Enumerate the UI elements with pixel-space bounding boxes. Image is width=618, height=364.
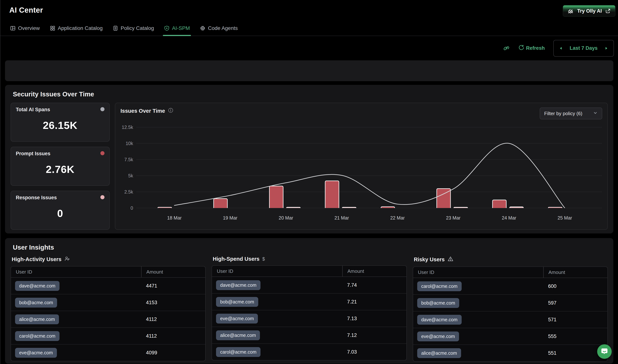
- overview-icon: [10, 26, 16, 31]
- amount-value: 4153: [141, 300, 205, 306]
- stat-value: 0: [16, 207, 105, 219]
- shield-icon: [164, 26, 170, 31]
- svg-text:24 Mar: 24 Mar: [502, 215, 516, 221]
- user-insights-title: User Insights: [13, 244, 608, 251]
- document-icon: [113, 26, 118, 31]
- amount-value: 4112: [141, 333, 205, 339]
- chip-icon: [200, 26, 206, 31]
- user-id-pill: dave@acme.com: [15, 281, 59, 291]
- column-header: User ID: [11, 269, 141, 275]
- svg-text:18 Mar: 18 Mar: [167, 215, 182, 221]
- risky-users-block: Risky Users User IDAmountcarol@acme.com6…: [413, 256, 608, 362]
- user-id-pill: eve@acme.com: [216, 314, 258, 324]
- amount-value: 7.12: [342, 332, 406, 338]
- try-olly-ai-button[interactable]: Try Olly AI: [563, 5, 615, 17]
- svg-text:22 Mar: 22 Mar: [390, 215, 405, 221]
- svg-text:21 Mar: 21 Mar: [334, 215, 349, 221]
- amount-value: 7.74: [342, 282, 406, 288]
- column-header: User ID: [212, 268, 342, 274]
- svg-text:0: 0: [131, 205, 133, 211]
- stat-label: Response Issues: [16, 195, 105, 201]
- table-header-row: User IDAmount: [413, 267, 607, 278]
- user-id-pill: eve@acme.com: [417, 332, 459, 341]
- red-dot-icon: [100, 151, 105, 155]
- external-link-icon: [605, 8, 611, 14]
- table-row: eve@acme.com4099: [11, 344, 205, 361]
- filter-by-policy-dropdown[interactable]: Filter by policy (6): [540, 107, 602, 119]
- high-spend-users-block: High-Spend Users $ User IDAmountdave@acm…: [212, 256, 407, 362]
- chart-title: Issues Over Time: [121, 108, 165, 114]
- try-olly-label: Try Olly AI: [577, 8, 602, 14]
- security-panel-title: Security Issues Over Time: [13, 91, 608, 98]
- table-header-row: User IDAmount: [11, 266, 205, 278]
- amount-value: 555: [543, 334, 607, 339]
- tab-application-catalog[interactable]: Application Catalog: [49, 22, 103, 36]
- chat-bubble-icon: [601, 347, 608, 356]
- tab-policy-catalog[interactable]: Policy Catalog: [112, 22, 155, 36]
- tab-label: Overview: [18, 25, 40, 31]
- column-header: Amount: [342, 266, 406, 276]
- table-row: carol@acme.com7.03: [212, 343, 406, 360]
- info-icon[interactable]: [168, 107, 173, 114]
- high-activity-users-table: User IDAmountdave@acme.com4471bob@acme.c…: [11, 266, 206, 361]
- svg-text:20 Mar: 20 Mar: [279, 215, 293, 221]
- table-row: bob@acme.com7.21: [212, 293, 406, 310]
- amount-value: 600: [543, 283, 607, 289]
- warning-icon: [448, 256, 453, 263]
- tab-code-agents[interactable]: Code Agents: [199, 22, 238, 36]
- tab-label: AI-SPM: [172, 25, 190, 31]
- tab-label: Policy Catalog: [121, 25, 154, 31]
- table-row: bob@acme.com4153: [11, 294, 205, 311]
- svg-text:7.5k: 7.5k: [124, 157, 133, 162]
- column-header: User ID: [413, 270, 543, 275]
- user-plus-icon: [64, 256, 70, 263]
- chat-launcher-button[interactable]: [597, 344, 612, 359]
- amount-value: 597: [543, 300, 607, 306]
- table-heading: High-Activity Users: [12, 256, 62, 262]
- svg-text:25 Mar: 25 Mar: [558, 215, 572, 221]
- stat-value: 26.15K: [16, 119, 105, 131]
- date-range-picker[interactable]: Last 7 Days: [553, 40, 614, 57]
- stat-card-response-issues: Response Issues 0: [11, 191, 110, 230]
- refresh-icon: [518, 45, 524, 52]
- tab-ai-spm[interactable]: AI-SPM: [163, 22, 191, 36]
- user-id-pill: alice@acme.com: [216, 330, 260, 340]
- table-row: carol@acme.com600: [413, 278, 607, 294]
- stat-card-total-ai-spans: Total AI Spans 26.15K: [11, 103, 110, 142]
- user-id-pill: bob@acme.com: [15, 298, 57, 308]
- user-id-pill: alice@acme.com: [15, 314, 59, 324]
- stat-label: Total AI Spans: [16, 107, 105, 113]
- table-row: dave@acme.com7.74: [212, 277, 406, 293]
- refresh-button[interactable]: Refresh: [518, 45, 545, 52]
- range-next-icon[interactable]: [604, 46, 608, 50]
- tab-overview[interactable]: Overview: [9, 22, 41, 36]
- table-row: eve@acme.com555: [413, 328, 607, 344]
- user-id-pill: bob@acme.com: [417, 298, 459, 308]
- user-id-pill: carol@acme.com: [15, 331, 59, 341]
- amount-value: 571: [543, 317, 607, 323]
- issues-over-time-chart[interactable]: 02.5k5k7.5k10k12.5k18 Mar19 Mar20 Mar21 …: [121, 124, 604, 224]
- stat-label: Prompt Issues: [16, 151, 105, 156]
- amount-value: 7.03: [342, 349, 406, 355]
- table-row: eve@acme.com7.13: [212, 310, 406, 327]
- olly-sparkle-icon: [567, 8, 574, 14]
- tab-bar: Overview Application Catalog Policy Cata…: [0, 22, 618, 36]
- user-id-pill: alice@acme.com: [417, 348, 461, 358]
- svg-text:10k: 10k: [126, 141, 133, 146]
- table-heading: Risky Users: [414, 257, 445, 263]
- user-id-pill: carol@acme.com: [417, 281, 462, 291]
- issues-over-time-card: Issues Over Time Filter by policy (6): [115, 103, 608, 230]
- table-header-row: User IDAmount: [212, 266, 406, 277]
- high-spend-users-table: User IDAmountdave@acme.com7.74bob@acme.c…: [212, 265, 407, 361]
- copy-link-icon[interactable]: [503, 45, 510, 52]
- table-row: alice@acme.com7.12: [212, 327, 406, 343]
- tab-label: Application Catalog: [58, 25, 103, 31]
- range-prev-icon[interactable]: [559, 46, 563, 50]
- tab-label: Code Agents: [208, 25, 238, 31]
- amount-value: 7.13: [342, 316, 406, 322]
- table-row: dave@acme.com4471: [11, 278, 205, 294]
- user-id-pill: dave@acme.com: [417, 315, 462, 325]
- grid-icon: [50, 26, 55, 31]
- user-id-pill: eve@acme.com: [15, 348, 57, 358]
- user-id-pill: bob@acme.com: [216, 297, 258, 307]
